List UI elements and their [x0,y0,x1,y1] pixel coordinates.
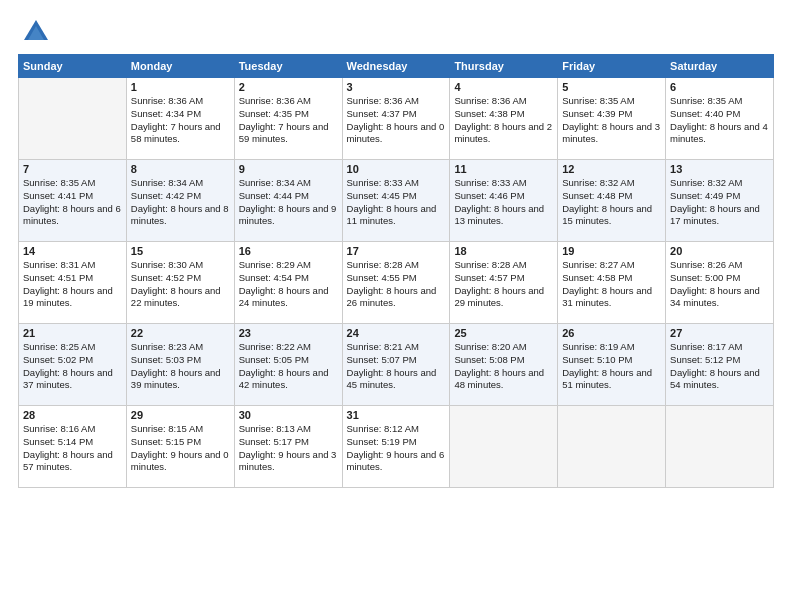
calendar-cell: 24Sunrise: 8:21 AMSunset: 5:07 PMDayligh… [342,324,450,406]
weekday-header: Monday [126,55,234,78]
day-number: 17 [347,245,446,257]
cell-info: Sunrise: 8:17 AMSunset: 5:12 PMDaylight:… [670,341,760,390]
day-number: 29 [131,409,230,421]
day-number: 7 [23,163,122,175]
calendar-cell: 17Sunrise: 8:28 AMSunset: 4:55 PMDayligh… [342,242,450,324]
calendar-cell: 2Sunrise: 8:36 AMSunset: 4:35 PMDaylight… [234,78,342,160]
calendar-cell [450,406,558,488]
cell-info: Sunrise: 8:25 AMSunset: 5:02 PMDaylight:… [23,341,113,390]
day-number: 31 [347,409,446,421]
calendar-cell: 19Sunrise: 8:27 AMSunset: 4:58 PMDayligh… [558,242,666,324]
calendar-week-row: 21Sunrise: 8:25 AMSunset: 5:02 PMDayligh… [19,324,774,406]
cell-info: Sunrise: 8:36 AMSunset: 4:37 PMDaylight:… [347,95,445,144]
calendar-cell [666,406,774,488]
calendar-cell: 8Sunrise: 8:34 AMSunset: 4:42 PMDaylight… [126,160,234,242]
cell-info: Sunrise: 8:36 AMSunset: 4:34 PMDaylight:… [131,95,221,144]
weekday-header: Wednesday [342,55,450,78]
day-number: 1 [131,81,230,93]
day-number: 16 [239,245,338,257]
cell-info: Sunrise: 8:15 AMSunset: 5:15 PMDaylight:… [131,423,229,472]
calendar-cell: 18Sunrise: 8:28 AMSunset: 4:57 PMDayligh… [450,242,558,324]
calendar-cell: 4Sunrise: 8:36 AMSunset: 4:38 PMDaylight… [450,78,558,160]
day-number: 15 [131,245,230,257]
day-number: 22 [131,327,230,339]
cell-info: Sunrise: 8:34 AMSunset: 4:44 PMDaylight:… [239,177,337,226]
page-header [18,18,774,46]
calendar-week-row: 1Sunrise: 8:36 AMSunset: 4:34 PMDaylight… [19,78,774,160]
cell-info: Sunrise: 8:34 AMSunset: 4:42 PMDaylight:… [131,177,229,226]
cell-info: Sunrise: 8:35 AMSunset: 4:41 PMDaylight:… [23,177,121,226]
logo [18,18,50,46]
calendar-cell [19,78,127,160]
day-number: 21 [23,327,122,339]
calendar-cell: 14Sunrise: 8:31 AMSunset: 4:51 PMDayligh… [19,242,127,324]
calendar-cell: 23Sunrise: 8:22 AMSunset: 5:05 PMDayligh… [234,324,342,406]
day-number: 13 [670,163,769,175]
calendar-cell: 20Sunrise: 8:26 AMSunset: 5:00 PMDayligh… [666,242,774,324]
weekday-header: Saturday [666,55,774,78]
cell-info: Sunrise: 8:32 AMSunset: 4:49 PMDaylight:… [670,177,760,226]
calendar-week-row: 28Sunrise: 8:16 AMSunset: 5:14 PMDayligh… [19,406,774,488]
day-number: 27 [670,327,769,339]
calendar-cell: 1Sunrise: 8:36 AMSunset: 4:34 PMDaylight… [126,78,234,160]
weekday-header: Friday [558,55,666,78]
cell-info: Sunrise: 8:19 AMSunset: 5:10 PMDaylight:… [562,341,652,390]
cell-info: Sunrise: 8:13 AMSunset: 5:17 PMDaylight:… [239,423,337,472]
calendar-cell: 21Sunrise: 8:25 AMSunset: 5:02 PMDayligh… [19,324,127,406]
day-number: 8 [131,163,230,175]
cell-info: Sunrise: 8:36 AMSunset: 4:38 PMDaylight:… [454,95,552,144]
cell-info: Sunrise: 8:21 AMSunset: 5:07 PMDaylight:… [347,341,437,390]
day-number: 28 [23,409,122,421]
calendar-cell: 25Sunrise: 8:20 AMSunset: 5:08 PMDayligh… [450,324,558,406]
calendar-cell: 5Sunrise: 8:35 AMSunset: 4:39 PMDaylight… [558,78,666,160]
day-number: 3 [347,81,446,93]
calendar-cell: 28Sunrise: 8:16 AMSunset: 5:14 PMDayligh… [19,406,127,488]
cell-info: Sunrise: 8:35 AMSunset: 4:40 PMDaylight:… [670,95,768,144]
day-number: 18 [454,245,553,257]
header-row: SundayMondayTuesdayWednesdayThursdayFrid… [19,55,774,78]
day-number: 25 [454,327,553,339]
cell-info: Sunrise: 8:29 AMSunset: 4:54 PMDaylight:… [239,259,329,308]
day-number: 5 [562,81,661,93]
day-number: 26 [562,327,661,339]
cell-info: Sunrise: 8:33 AMSunset: 4:46 PMDaylight:… [454,177,544,226]
calendar-cell: 26Sunrise: 8:19 AMSunset: 5:10 PMDayligh… [558,324,666,406]
cell-info: Sunrise: 8:33 AMSunset: 4:45 PMDaylight:… [347,177,437,226]
calendar-cell: 15Sunrise: 8:30 AMSunset: 4:52 PMDayligh… [126,242,234,324]
day-number: 4 [454,81,553,93]
calendar-cell: 30Sunrise: 8:13 AMSunset: 5:17 PMDayligh… [234,406,342,488]
day-number: 20 [670,245,769,257]
day-number: 12 [562,163,661,175]
cell-info: Sunrise: 8:22 AMSunset: 5:05 PMDaylight:… [239,341,329,390]
day-number: 19 [562,245,661,257]
cell-info: Sunrise: 8:36 AMSunset: 4:35 PMDaylight:… [239,95,329,144]
cell-info: Sunrise: 8:23 AMSunset: 5:03 PMDaylight:… [131,341,221,390]
calendar-cell: 3Sunrise: 8:36 AMSunset: 4:37 PMDaylight… [342,78,450,160]
calendar-cell: 9Sunrise: 8:34 AMSunset: 4:44 PMDaylight… [234,160,342,242]
cell-info: Sunrise: 8:27 AMSunset: 4:58 PMDaylight:… [562,259,652,308]
calendar-cell [558,406,666,488]
cell-info: Sunrise: 8:12 AMSunset: 5:19 PMDaylight:… [347,423,445,472]
logo-icon [22,18,50,46]
day-number: 10 [347,163,446,175]
cell-info: Sunrise: 8:30 AMSunset: 4:52 PMDaylight:… [131,259,221,308]
cell-info: Sunrise: 8:32 AMSunset: 4:48 PMDaylight:… [562,177,652,226]
day-number: 6 [670,81,769,93]
day-number: 23 [239,327,338,339]
day-number: 2 [239,81,338,93]
cell-info: Sunrise: 8:28 AMSunset: 4:55 PMDaylight:… [347,259,437,308]
cell-info: Sunrise: 8:20 AMSunset: 5:08 PMDaylight:… [454,341,544,390]
calendar-cell: 12Sunrise: 8:32 AMSunset: 4:48 PMDayligh… [558,160,666,242]
weekday-header: Tuesday [234,55,342,78]
calendar-cell: 22Sunrise: 8:23 AMSunset: 5:03 PMDayligh… [126,324,234,406]
calendar-cell: 29Sunrise: 8:15 AMSunset: 5:15 PMDayligh… [126,406,234,488]
calendar-table: SundayMondayTuesdayWednesdayThursdayFrid… [18,54,774,488]
calendar-cell: 7Sunrise: 8:35 AMSunset: 4:41 PMDaylight… [19,160,127,242]
day-number: 24 [347,327,446,339]
calendar-cell: 13Sunrise: 8:32 AMSunset: 4:49 PMDayligh… [666,160,774,242]
calendar-cell: 11Sunrise: 8:33 AMSunset: 4:46 PMDayligh… [450,160,558,242]
calendar-cell: 6Sunrise: 8:35 AMSunset: 4:40 PMDaylight… [666,78,774,160]
calendar-cell: 16Sunrise: 8:29 AMSunset: 4:54 PMDayligh… [234,242,342,324]
calendar-week-row: 14Sunrise: 8:31 AMSunset: 4:51 PMDayligh… [19,242,774,324]
calendar-cell: 31Sunrise: 8:12 AMSunset: 5:19 PMDayligh… [342,406,450,488]
